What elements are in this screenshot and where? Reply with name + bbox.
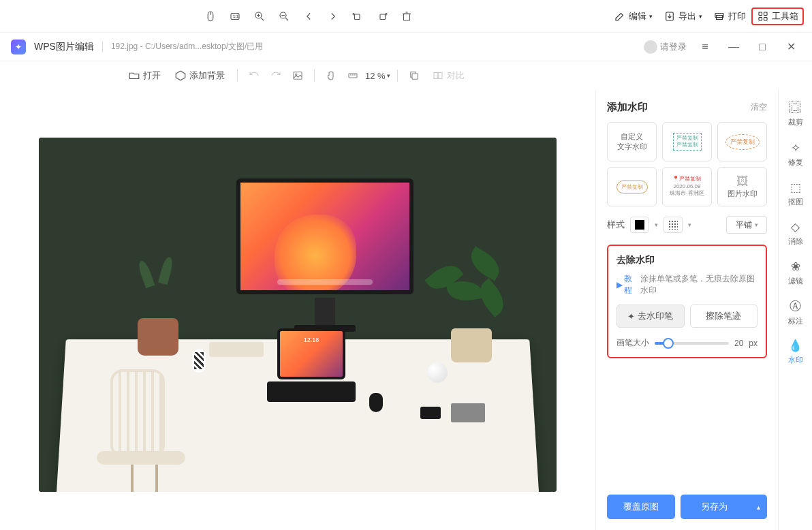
svg-rect-23 <box>764 17 768 20</box>
svg-text:1:1: 1:1 <box>233 14 239 18</box>
hand-icon[interactable] <box>322 66 341 85</box>
main-area: 添加水印 清空 自定义文字水印 严禁复制严禁复制 严禁复制 严禁复制 📍严禁复制… <box>0 90 812 530</box>
tile-dropdown[interactable]: 平铺▾ <box>726 216 767 234</box>
next-icon[interactable] <box>321 5 345 27</box>
avatar-icon <box>644 40 657 54</box>
panel-title: 添加水印 <box>607 101 648 114</box>
brush-label: 画笔大小 <box>616 337 649 349</box>
svg-rect-11 <box>354 14 360 20</box>
add-bg-button[interactable]: 添加背景 <box>169 67 230 84</box>
style-row: 样式 ▾ ▾ 平铺▾ <box>607 216 767 234</box>
svg-rect-31 <box>434 73 437 79</box>
svg-point-25 <box>296 74 297 75</box>
tutorial-link[interactable]: ▶教程 <box>616 273 638 296</box>
save-as-button[interactable]: 另存为 <box>681 495 768 519</box>
svg-rect-12 <box>380 14 386 20</box>
color-swatch[interactable] <box>630 217 649 233</box>
watermark-grid: 自定义文字水印 严禁复制严禁复制 严禁复制 严禁复制 📍严禁复制2020.06.… <box>607 122 767 206</box>
brush-unit: px <box>749 339 758 348</box>
photo-preview <box>39 138 557 492</box>
svg-line-9 <box>285 18 288 20</box>
clear-button[interactable]: 清空 <box>751 102 767 113</box>
rotate-left-icon[interactable] <box>345 5 370 27</box>
svg-rect-22 <box>759 17 762 20</box>
svg-rect-32 <box>438 73 441 79</box>
toolbox-button[interactable]: 工具箱 <box>751 7 804 25</box>
repair-icon: ✧ <box>791 141 800 155</box>
actual-size-icon[interactable]: 1:1 <box>223 5 247 27</box>
close-button[interactable]: ✕ <box>781 37 801 57</box>
remove-title: 去除水印 <box>616 254 758 266</box>
minimize-button[interactable]: — <box>723 37 744 57</box>
maximize-button[interactable]: □ <box>752 37 772 57</box>
wm-preset-5[interactable]: 📍严禁复制2020.06.09珠海市·香洲区 <box>662 167 712 206</box>
tab-crop[interactable]: ⿴裁剪 <box>781 95 811 134</box>
rotate-right-icon[interactable] <box>370 5 394 27</box>
app-name: WPS图片编辑 <box>34 41 94 53</box>
compare-button[interactable]: 对比 <box>426 67 470 84</box>
copy-icon[interactable] <box>405 66 424 85</box>
erase-icon: ◇ <box>791 220 800 234</box>
zoom-display[interactable]: 12 % ▾ <box>365 71 390 81</box>
export-button[interactable]: 导出▾ <box>658 7 708 25</box>
svg-rect-13 <box>403 14 409 20</box>
watermark-pen-button[interactable]: ✦去水印笔 <box>616 305 685 328</box>
remove-watermark-section: 去除水印 ▶教程 涂抹单笔或多笔，无痕去除原图水印 ✦去水印笔 擦除笔迹 画笔大… <box>607 245 767 358</box>
watermark-icon: 💧 <box>788 339 802 353</box>
image-icon[interactable] <box>288 66 307 85</box>
mouse-icon[interactable] <box>198 5 223 27</box>
delete-icon[interactable] <box>394 5 419 27</box>
wm-custom-text[interactable]: 自定义文字水印 <box>607 122 657 161</box>
app-logo-icon: ✦ <box>11 40 26 54</box>
wm-preset-2[interactable]: 严禁复制严禁复制 <box>662 122 712 161</box>
watermark-panel: 添加水印 清空 自定义文字水印 严禁复制严禁复制 严禁复制 严禁复制 📍严禁复制… <box>595 90 778 530</box>
tab-watermark[interactable]: 💧水印 <box>781 332 811 371</box>
image-plus-icon: 🖼 <box>736 174 749 189</box>
wm-image[interactable]: 🖼图片水印 <box>717 167 767 206</box>
top-toolbar: 1:1 编辑▾ 导出▾ 打印 工具箱 <box>0 0 812 33</box>
open-button[interactable]: 打开 <box>123 67 166 84</box>
redo-icon[interactable] <box>266 66 285 85</box>
svg-rect-20 <box>759 12 762 16</box>
brush-size-row: 画笔大小 20 px <box>616 337 758 349</box>
crop-icon: ⿴ <box>790 102 801 115</box>
file-path: 192.jpg - C:/Users/adm...esktop/文图/已用 <box>111 41 263 52</box>
side-tabs: ⿴裁剪 ✧修复 ⬚抠图 ◇消除 ❀滤镜 Ⓐ标注 💧水印 <box>778 90 812 530</box>
ruler-icon[interactable] <box>343 66 362 85</box>
overwrite-button[interactable]: 覆盖原图 <box>607 495 675 519</box>
wm-preset-4[interactable]: 严禁复制 <box>607 167 657 206</box>
erase-stroke-button[interactable]: 擦除笔迹 <box>690 305 758 328</box>
canvas[interactable] <box>0 90 595 530</box>
style-label: 样式 <box>607 219 625 231</box>
brush-value: 20 <box>734 339 743 348</box>
edit-button[interactable]: 编辑▾ <box>608 7 658 25</box>
undo-icon[interactable] <box>245 66 264 85</box>
menu-button[interactable]: ≡ <box>695 37 715 57</box>
tab-annotate[interactable]: Ⓐ标注 <box>781 293 811 331</box>
pattern-swatch[interactable] <box>663 217 683 233</box>
remove-tip: ▶教程 涂抹单笔或多笔，无痕去除原图水印 <box>616 273 758 296</box>
prev-icon[interactable] <box>296 5 321 27</box>
wand-icon: ✦ <box>627 311 635 322</box>
tab-repair[interactable]: ✧修复 <box>781 135 811 173</box>
title-bar: ✦ WPS图片编辑 192.jpg - C:/Users/adm...eskto… <box>0 33 812 61</box>
tab-cutout[interactable]: ⬚抠图 <box>781 174 811 213</box>
brush-slider[interactable] <box>655 342 729 345</box>
zoom-out-icon[interactable] <box>272 5 296 27</box>
login-button[interactable]: 请登录 <box>644 40 687 54</box>
print-button[interactable]: 打印 <box>708 7 751 25</box>
tab-erase[interactable]: ◇消除 <box>781 214 811 252</box>
annotate-icon: Ⓐ <box>790 298 801 314</box>
svg-rect-30 <box>412 74 418 79</box>
tab-filter[interactable]: ❀滤镜 <box>781 253 811 292</box>
svg-line-5 <box>261 18 264 20</box>
svg-rect-21 <box>764 12 768 16</box>
zoom-in-icon[interactable] <box>247 5 272 27</box>
filter-icon: ❀ <box>791 260 800 274</box>
wm-preset-3[interactable]: 严禁复制 <box>717 122 767 161</box>
bottom-buttons: 覆盖原图 另存为 <box>607 495 767 519</box>
cutout-icon: ⬚ <box>790 181 801 195</box>
secondary-toolbar: 打开 添加背景 12 % ▾ 对比 <box>0 61 812 90</box>
